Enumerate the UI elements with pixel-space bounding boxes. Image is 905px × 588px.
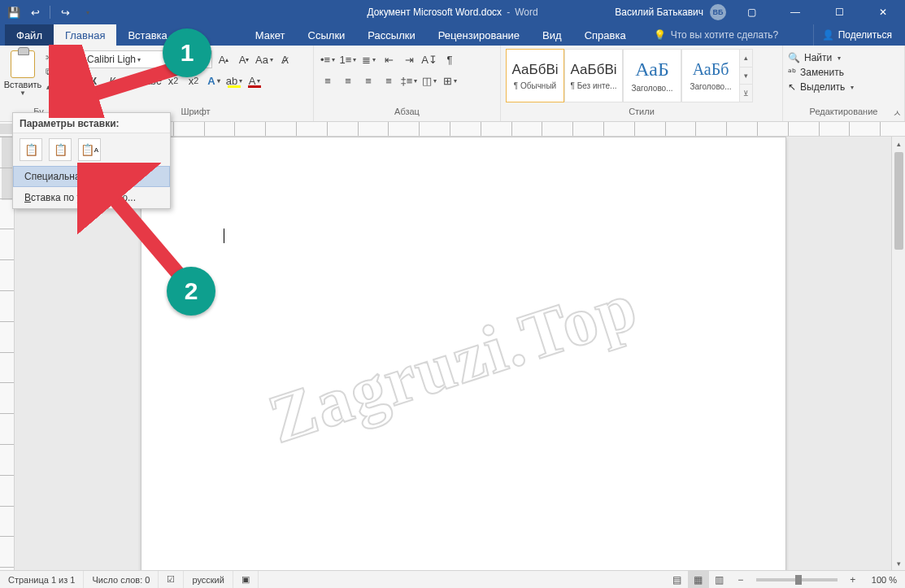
tab-help[interactable]: Справка bbox=[573, 24, 637, 46]
select-label: Выделить bbox=[800, 81, 845, 93]
collapse-ribbon-icon[interactable]: ㅅ bbox=[893, 107, 902, 120]
select-button[interactable]: ↖Выделить▾ bbox=[788, 81, 854, 93]
share-button[interactable]: 👤 Поделиться bbox=[813, 24, 900, 46]
status-bar: Страница 1 из 1 Число слов: 0 ☑ русский … bbox=[0, 570, 905, 588]
chevron-down-icon[interactable]: ▾ bbox=[740, 68, 752, 85]
bullets-button[interactable]: •≡▾ bbox=[319, 50, 337, 68]
tell-me-box[interactable]: 💡 Что вы хотите сделать? bbox=[649, 24, 784, 46]
window-title: Документ Microsoft Word.docx - Word bbox=[367, 7, 537, 18]
tab-mailings[interactable]: Рассылки bbox=[356, 24, 426, 46]
decrease-indent-button[interactable]: ⇤ bbox=[380, 50, 398, 68]
qa-separator bbox=[50, 6, 50, 19]
status-word-count[interactable]: Число слов: 0 bbox=[84, 571, 159, 588]
align-center-button[interactable]: ≡ bbox=[339, 72, 357, 89]
cursor-icon: ↖ bbox=[788, 81, 796, 93]
style-tile-normal[interactable]: АаБбВі ¶ Обычный bbox=[506, 49, 564, 102]
tab-view[interactable]: Вид bbox=[531, 24, 573, 46]
replace-button[interactable]: ᵃᵇЗаменить bbox=[788, 67, 854, 78]
numbering-button[interactable]: 1≡▾ bbox=[339, 50, 357, 68]
chevron-up-icon[interactable]: ▴ bbox=[740, 50, 752, 68]
vertical-scrollbar[interactable]: ▴ ▾ bbox=[891, 137, 905, 570]
view-print-layout-icon[interactable]: ▦ bbox=[688, 571, 709, 589]
align-left-button[interactable]: ≡ bbox=[319, 72, 337, 89]
style-tile-heading1[interactable]: АаБ Заголово... bbox=[623, 49, 681, 102]
undo-icon[interactable]: ↩ bbox=[26, 3, 44, 21]
user-avatar[interactable]: ВБ bbox=[710, 4, 726, 20]
style-label: ¶ Обычный bbox=[507, 81, 563, 90]
paste-merge-icon[interactable]: 📋 bbox=[49, 138, 72, 161]
styles-gallery[interactable]: АаБбВі ¶ Обычный АаБбВі ¶ Без инте... Аа… bbox=[506, 49, 777, 102]
share-icon: 👤 bbox=[822, 29, 834, 41]
status-page[interactable]: Страница 1 из 1 bbox=[0, 571, 84, 588]
maximize-button[interactable]: ☐ bbox=[820, 0, 858, 24]
save-icon[interactable]: 💾 bbox=[5, 3, 23, 21]
status-language[interactable]: русский bbox=[184, 571, 233, 588]
tab-references[interactable]: Ссылки bbox=[297, 24, 357, 46]
zoom-slider[interactable] bbox=[756, 578, 838, 581]
scroll-thumb[interactable] bbox=[894, 152, 903, 250]
close-button[interactable]: ✕ bbox=[864, 0, 902, 24]
style-label: Заголово... bbox=[683, 82, 738, 91]
style-label: ¶ Без инте... bbox=[566, 81, 621, 90]
tell-me-placeholder: Что вы хотите сделать? bbox=[671, 29, 779, 41]
annotation-badge-1: 1 bbox=[163, 28, 211, 77]
group-label-styles: Стили bbox=[506, 107, 777, 121]
minimize-button[interactable]: — bbox=[777, 0, 814, 24]
shrink-font-icon[interactable]: A▾ bbox=[235, 50, 253, 68]
paste-button[interactable]: Вставить ▼ bbox=[5, 49, 41, 97]
status-spellcheck-icon[interactable]: ☑ bbox=[159, 571, 184, 588]
sort-button[interactable]: A↧ bbox=[420, 50, 438, 68]
user-area: Василий Батькавич ВБ ▢ — ☐ ✕ bbox=[615, 0, 905, 24]
style-sample: АаБ bbox=[635, 59, 668, 81]
tab-layout[interactable]: Макет bbox=[244, 24, 297, 46]
ribbon-display-options-icon[interactable]: ▢ bbox=[733, 0, 770, 24]
borders-button[interactable]: ⊞▾ bbox=[441, 72, 459, 89]
styles-scroll[interactable]: ▴ ▾ ⊻ bbox=[740, 49, 753, 102]
style-sample: АаБбВі bbox=[571, 62, 617, 78]
grow-font-icon[interactable]: A▴ bbox=[215, 50, 233, 68]
zoom-level[interactable]: 100 % bbox=[864, 571, 905, 588]
user-name: Василий Батькавич bbox=[615, 7, 703, 18]
tab-review[interactable]: Рецензирование bbox=[427, 24, 531, 46]
qa-customize-icon[interactable]: ▾ bbox=[79, 3, 97, 21]
text-effects-button[interactable]: A▾ bbox=[205, 72, 223, 89]
shading-button[interactable]: ◫▾ bbox=[420, 72, 438, 89]
clear-formatting-icon[interactable]: A̷ bbox=[276, 50, 294, 68]
find-button[interactable]: 🔍Найти▾ bbox=[788, 52, 854, 63]
svg-line-0 bbox=[69, 65, 187, 102]
zoom-out-button[interactable]: − bbox=[730, 571, 751, 589]
style-tile-nospacing[interactable]: АаБбВі ¶ Без инте... bbox=[564, 49, 623, 102]
paste-label: Вставить bbox=[4, 80, 42, 89]
highlight-button[interactable]: ab▾ bbox=[225, 72, 243, 89]
paste-option-icons: 📋 📋 📋A bbox=[13, 133, 170, 166]
app-name: Word bbox=[515, 7, 537, 18]
zoom-in-button[interactable]: + bbox=[842, 571, 864, 589]
increase-indent-button[interactable]: ⇥ bbox=[400, 50, 418, 68]
justify-button[interactable]: ≡ bbox=[380, 72, 398, 89]
multilevel-list-button[interactable]: ≣▾ bbox=[359, 50, 377, 68]
scroll-down-icon[interactable]: ▾ bbox=[892, 556, 905, 570]
search-icon: 🔍 bbox=[788, 52, 800, 63]
line-spacing-button[interactable]: ‡≡▾ bbox=[400, 72, 418, 89]
scroll-up-icon[interactable]: ▴ bbox=[892, 137, 905, 150]
chevron-down-icon[interactable]: ▼ bbox=[20, 89, 26, 97]
view-web-layout-icon[interactable]: ▥ bbox=[709, 571, 730, 589]
show-marks-button[interactable]: ¶ bbox=[441, 50, 459, 68]
file-tab[interactable]: Файл bbox=[5, 24, 54, 46]
clipboard-icon bbox=[11, 50, 35, 78]
status-macro-icon[interactable]: ▣ bbox=[233, 571, 259, 588]
ribbon-tabs: Файл Главная Вставка Конструктор Макет С… bbox=[0, 24, 905, 46]
align-right-button[interactable]: ≡ bbox=[359, 72, 377, 89]
title-separator: - bbox=[507, 7, 510, 18]
group-styles: АаБбВі ¶ Обычный АаБбВі ¶ Без инте... Аа… bbox=[501, 46, 783, 121]
styles-more-icon[interactable]: ⊻ bbox=[740, 85, 752, 102]
document-name: Документ Microsoft Word.docx bbox=[367, 7, 502, 18]
style-tile-heading2[interactable]: АаБб Заголово... bbox=[681, 49, 740, 102]
view-read-mode-icon[interactable]: ▤ bbox=[667, 571, 688, 589]
paste-keep-source-icon[interactable]: 📋 bbox=[20, 138, 42, 161]
redo-icon[interactable]: ↪ bbox=[56, 3, 74, 21]
tab-home[interactable]: Главная bbox=[54, 24, 116, 46]
change-case-icon[interactable]: Aa▾ bbox=[255, 50, 273, 68]
paste-text-only-icon[interactable]: 📋A bbox=[78, 138, 101, 161]
font-color-button[interactable]: A▾ bbox=[246, 72, 263, 89]
